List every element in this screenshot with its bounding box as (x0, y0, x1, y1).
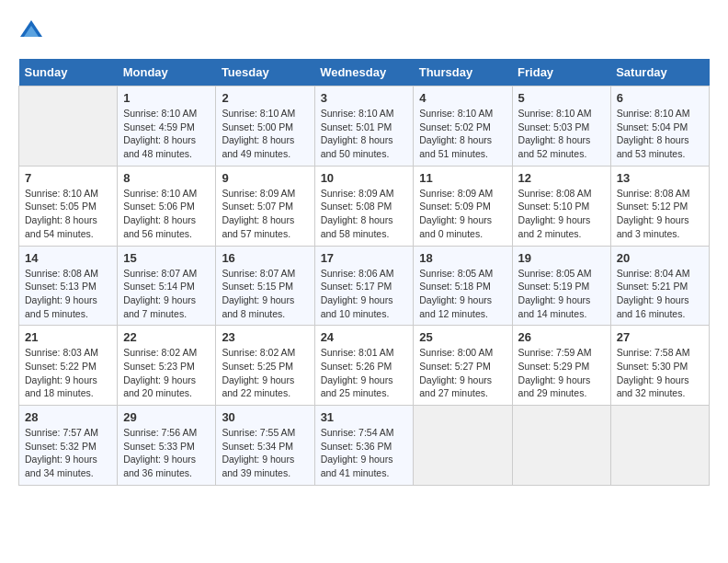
day-number: 31 (321, 410, 408, 424)
day-info: Sunrise: 8:09 AMSunset: 5:07 PMDaylight:… (222, 187, 308, 241)
page-header (18, 18, 710, 44)
day-info: Sunrise: 8:05 AMSunset: 5:19 PMDaylight:… (518, 267, 605, 321)
day-info: Sunrise: 8:08 AMSunset: 5:12 PMDaylight:… (617, 187, 703, 241)
day-info: Sunrise: 8:10 AMSunset: 5:06 PMDaylight:… (123, 187, 210, 241)
day-info: Sunrise: 8:08 AMSunset: 5:13 PMDaylight:… (25, 267, 111, 321)
calendar-cell: 30Sunrise: 7:55 AMSunset: 5:34 PMDayligh… (216, 406, 314, 486)
day-info: Sunrise: 7:58 AMSunset: 5:30 PMDaylight:… (617, 346, 703, 400)
day-number: 13 (617, 171, 703, 185)
day-info: Sunrise: 8:10 AMSunset: 5:04 PMDaylight:… (617, 107, 703, 161)
day-info: Sunrise: 7:56 AMSunset: 5:33 PMDaylight:… (123, 426, 210, 480)
day-info: Sunrise: 8:10 AMSunset: 5:03 PMDaylight:… (518, 107, 605, 161)
calendar-cell: 18Sunrise: 8:05 AMSunset: 5:18 PMDayligh… (414, 246, 512, 326)
calendar-cell: 2Sunrise: 8:10 AMSunset: 5:00 PMDaylight… (216, 86, 314, 167)
weekday-header-friday: Friday (512, 59, 610, 86)
calendar-cell: 12Sunrise: 8:08 AMSunset: 5:10 PMDayligh… (512, 166, 610, 246)
day-info: Sunrise: 8:00 AMSunset: 5:27 PMDaylight:… (419, 346, 506, 400)
logo-icon (18, 18, 44, 44)
day-number: 10 (321, 171, 408, 185)
weekday-header-tuesday: Tuesday (216, 59, 314, 86)
day-number: 16 (222, 251, 308, 265)
day-info: Sunrise: 8:06 AMSunset: 5:17 PMDaylight:… (321, 267, 408, 321)
day-info: Sunrise: 7:55 AMSunset: 5:34 PMDaylight:… (222, 426, 308, 480)
day-info: Sunrise: 8:10 AMSunset: 4:59 PMDaylight:… (123, 107, 210, 161)
weekday-header-sunday: Sunday (19, 59, 118, 86)
calendar-cell: 20Sunrise: 8:04 AMSunset: 5:21 PMDayligh… (610, 246, 709, 326)
day-number: 7 (25, 171, 111, 185)
calendar-cell (19, 86, 118, 167)
calendar-cell: 9Sunrise: 8:09 AMSunset: 5:07 PMDaylight… (216, 166, 314, 246)
day-number: 20 (617, 251, 703, 265)
calendar-cell: 24Sunrise: 8:01 AMSunset: 5:26 PMDayligh… (314, 326, 414, 406)
day-number: 22 (123, 330, 210, 344)
day-info: Sunrise: 8:04 AMSunset: 5:21 PMDaylight:… (617, 267, 703, 321)
day-info: Sunrise: 8:02 AMSunset: 5:25 PMDaylight:… (222, 346, 308, 400)
day-info: Sunrise: 8:10 AMSunset: 5:01 PMDaylight:… (321, 107, 408, 161)
calendar-cell: 7Sunrise: 8:10 AMSunset: 5:05 PMDaylight… (19, 166, 118, 246)
calendar-cell: 5Sunrise: 8:10 AMSunset: 5:03 PMDaylight… (512, 86, 610, 167)
calendar-cell: 19Sunrise: 8:05 AMSunset: 5:19 PMDayligh… (512, 246, 610, 326)
calendar-cell: 13Sunrise: 8:08 AMSunset: 5:12 PMDayligh… (610, 166, 709, 246)
day-number: 15 (123, 251, 210, 265)
day-number: 5 (518, 91, 605, 105)
day-number: 24 (321, 330, 408, 344)
day-number: 9 (222, 171, 308, 185)
day-info: Sunrise: 7:54 AMSunset: 5:36 PMDaylight:… (321, 426, 408, 480)
calendar-cell: 16Sunrise: 8:07 AMSunset: 5:15 PMDayligh… (216, 246, 314, 326)
day-number: 30 (222, 410, 308, 424)
day-number: 3 (321, 91, 408, 105)
calendar-week-4: 21Sunrise: 8:03 AMSunset: 5:22 PMDayligh… (19, 326, 710, 406)
day-number: 18 (419, 251, 506, 265)
day-number: 8 (123, 171, 210, 185)
calendar-cell: 23Sunrise: 8:02 AMSunset: 5:25 PMDayligh… (216, 326, 314, 406)
calendar-cell: 31Sunrise: 7:54 AMSunset: 5:36 PMDayligh… (314, 406, 414, 486)
calendar-cell: 6Sunrise: 8:10 AMSunset: 5:04 PMDaylight… (610, 86, 709, 167)
day-info: Sunrise: 8:09 AMSunset: 5:09 PMDaylight:… (419, 187, 506, 241)
calendar-cell: 3Sunrise: 8:10 AMSunset: 5:01 PMDaylight… (314, 86, 414, 167)
calendar-cell: 11Sunrise: 8:09 AMSunset: 5:09 PMDayligh… (414, 166, 512, 246)
day-number: 11 (419, 171, 506, 185)
calendar-cell: 22Sunrise: 8:02 AMSunset: 5:23 PMDayligh… (118, 326, 216, 406)
day-info: Sunrise: 8:10 AMSunset: 5:02 PMDaylight:… (419, 107, 506, 161)
weekday-row: SundayMondayTuesdayWednesdayThursdayFrid… (19, 59, 710, 86)
calendar-body: 1Sunrise: 8:10 AMSunset: 4:59 PMDaylight… (19, 86, 710, 486)
day-info: Sunrise: 8:01 AMSunset: 5:26 PMDaylight:… (321, 346, 408, 400)
calendar-cell: 4Sunrise: 8:10 AMSunset: 5:02 PMDaylight… (414, 86, 512, 167)
calendar-cell: 17Sunrise: 8:06 AMSunset: 5:17 PMDayligh… (314, 246, 414, 326)
day-info: Sunrise: 8:07 AMSunset: 5:14 PMDaylight:… (123, 267, 210, 321)
day-number: 1 (123, 91, 210, 105)
calendar-cell: 14Sunrise: 8:08 AMSunset: 5:13 PMDayligh… (19, 246, 118, 326)
calendar-cell: 21Sunrise: 8:03 AMSunset: 5:22 PMDayligh… (19, 326, 118, 406)
day-info: Sunrise: 8:09 AMSunset: 5:08 PMDaylight:… (321, 187, 408, 241)
calendar-cell: 8Sunrise: 8:10 AMSunset: 5:06 PMDaylight… (118, 166, 216, 246)
day-number: 2 (222, 91, 308, 105)
calendar-cell: 25Sunrise: 8:00 AMSunset: 5:27 PMDayligh… (414, 326, 512, 406)
calendar-cell: 28Sunrise: 7:57 AMSunset: 5:32 PMDayligh… (19, 406, 118, 486)
day-number: 25 (419, 330, 506, 344)
day-number: 28 (25, 410, 111, 424)
day-info: Sunrise: 8:05 AMSunset: 5:18 PMDaylight:… (419, 267, 506, 321)
calendar-week-5: 28Sunrise: 7:57 AMSunset: 5:32 PMDayligh… (19, 406, 710, 486)
calendar-cell: 1Sunrise: 8:10 AMSunset: 4:59 PMDaylight… (118, 86, 216, 167)
day-number: 23 (222, 330, 308, 344)
calendar-week-2: 7Sunrise: 8:10 AMSunset: 5:05 PMDaylight… (19, 166, 710, 246)
day-number: 6 (617, 91, 703, 105)
calendar-cell: 29Sunrise: 7:56 AMSunset: 5:33 PMDayligh… (118, 406, 216, 486)
day-info: Sunrise: 8:02 AMSunset: 5:23 PMDaylight:… (123, 346, 210, 400)
logo (18, 18, 48, 44)
calendar-cell: 10Sunrise: 8:09 AMSunset: 5:08 PMDayligh… (314, 166, 414, 246)
day-number: 14 (25, 251, 111, 265)
day-info: Sunrise: 8:03 AMSunset: 5:22 PMDaylight:… (25, 346, 111, 400)
calendar-cell: 26Sunrise: 7:59 AMSunset: 5:29 PMDayligh… (512, 326, 610, 406)
calendar-table: SundayMondayTuesdayWednesdayThursdayFrid… (18, 59, 710, 486)
day-number: 17 (321, 251, 408, 265)
day-info: Sunrise: 8:10 AMSunset: 5:00 PMDaylight:… (222, 107, 308, 161)
day-number: 4 (419, 91, 506, 105)
day-info: Sunrise: 8:08 AMSunset: 5:10 PMDaylight:… (518, 187, 605, 241)
weekday-header-saturday: Saturday (610, 59, 709, 86)
calendar-cell: 15Sunrise: 8:07 AMSunset: 5:14 PMDayligh… (118, 246, 216, 326)
calendar-cell (512, 406, 610, 486)
day-info: Sunrise: 7:57 AMSunset: 5:32 PMDaylight:… (25, 426, 111, 480)
day-info: Sunrise: 8:10 AMSunset: 5:05 PMDaylight:… (25, 187, 111, 241)
day-number: 21 (25, 330, 111, 344)
